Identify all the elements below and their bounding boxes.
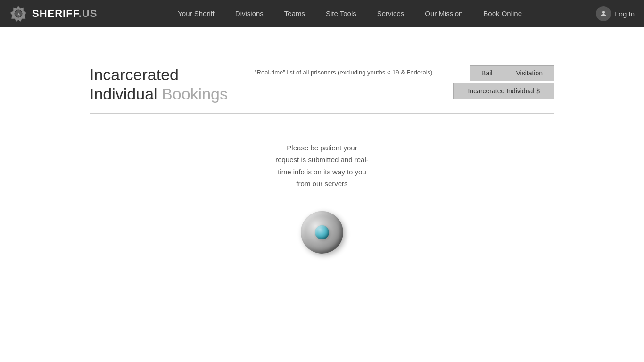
- incarcerated-individual-button[interactable]: Incarcerated Individual $: [453, 83, 554, 99]
- login-area[interactable]: Log In: [596, 6, 635, 21]
- subtitle-area: "Real-time" list of all prisoners (exclu…: [255, 65, 439, 76]
- loading-section: Please be patient your request is submit…: [0, 123, 644, 275]
- page-title-individual: Individual: [90, 85, 157, 103]
- navbar: ★ SHERIFF.US Your Sheriff Divisions Team…: [0, 0, 644, 27]
- page-title-bookings: Bookings: [162, 85, 228, 103]
- nav-your-sheriff[interactable]: Your Sheriff: [167, 0, 225, 27]
- page-title-area: Incarcerated Individual Bookings: [90, 65, 240, 104]
- logo-text: SHERIFF.US: [32, 8, 97, 20]
- page-title-line1: Incarcerated: [90, 66, 179, 83]
- spinner-inner-ball: [315, 225, 329, 239]
- bail-visitation-row: Bail Visitation: [470, 65, 554, 81]
- nav-services[interactable]: Services: [367, 0, 415, 27]
- nav-our-mission[interactable]: Our Mission: [414, 0, 473, 27]
- nav-site-tools[interactable]: Site Tools: [315, 0, 367, 27]
- sheriff-badge-icon: ★: [9, 5, 27, 23]
- nav-teams[interactable]: Teams: [274, 0, 315, 27]
- loading-text: Please be patient your request is submit…: [275, 142, 369, 190]
- page-title: Incarcerated Individual Bookings: [90, 65, 240, 104]
- bail-button[interactable]: Bail: [470, 65, 504, 81]
- content-divider: [90, 113, 554, 114]
- nav-links: Your Sheriff Divisions Teams Site Tools …: [104, 0, 596, 27]
- nav-divisions[interactable]: Divisions: [225, 0, 274, 27]
- login-label: Log In: [615, 10, 635, 18]
- visitation-button[interactable]: Visitation: [504, 65, 554, 81]
- content-area: Incarcerated Individual Bookings "Real-t…: [0, 65, 644, 104]
- subtitle-text: "Real-time" list of all prisoners (exclu…: [255, 69, 432, 76]
- logo-area[interactable]: ★ SHERIFF.US: [9, 5, 104, 23]
- user-icon: [596, 6, 611, 21]
- action-buttons: Bail Visitation Incarcerated Individual …: [453, 65, 554, 99]
- spinner-outer-ring: [301, 211, 343, 254]
- svg-point-3: [602, 11, 605, 14]
- nav-book-online[interactable]: Book Online: [473, 0, 532, 27]
- header-spacer: [0, 27, 644, 65]
- svg-text:★: ★: [17, 12, 21, 16]
- loading-spinner: [298, 209, 346, 256]
